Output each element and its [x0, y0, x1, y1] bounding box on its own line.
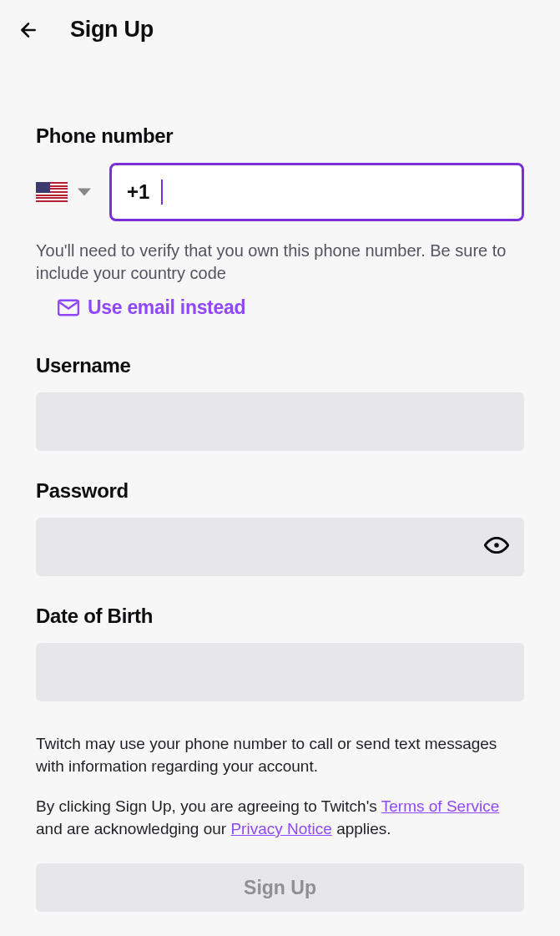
agreement-suffix: applies. [332, 820, 391, 837]
password-wrapper [36, 518, 524, 576]
privacy-notice-link[interactable]: Privacy Notice [230, 820, 331, 837]
password-label: Password [36, 479, 524, 503]
phone-row: +1 [36, 163, 524, 221]
password-input[interactable] [36, 518, 524, 576]
use-email-instead-label: Use email instead [88, 296, 245, 319]
username-input[interactable] [36, 392, 524, 451]
password-section: Password [36, 479, 524, 576]
phone-label: Phone number [36, 124, 524, 148]
toggle-password-visibility[interactable] [484, 537, 509, 557]
phone-hint: You'll need to verify that you own this … [36, 240, 524, 285]
agreement-mid: and are acknowledging our [36, 820, 230, 837]
page-header: Sign Up [0, 0, 560, 58]
phone-input-wrapper[interactable]: +1 [109, 163, 524, 221]
signup-form: Phone number +1 You'll need to verify th… [0, 58, 560, 912]
username-label: Username [36, 354, 524, 377]
arrow-left-icon [18, 19, 39, 41]
svg-point-1 [494, 543, 499, 548]
terms-agreement-text: By clicking Sign Up, you are agreeing to… [36, 796, 524, 840]
agreement-prefix: By clicking Sign Up, you are agreeing to… [36, 797, 381, 815]
signup-button[interactable]: Sign Up [36, 863, 524, 912]
mail-icon [58, 299, 79, 316]
username-section: Username [36, 354, 524, 451]
page-title: Sign Up [70, 17, 154, 43]
eye-icon [484, 537, 509, 554]
dob-label: Date of Birth [36, 605, 524, 628]
dob-input[interactable] [36, 643, 524, 701]
use-email-instead-button[interactable]: Use email instead [58, 296, 245, 319]
phone-disclosure-text: Twitch may use your phone number to call… [36, 733, 524, 777]
dob-section: Date of Birth [36, 605, 524, 701]
back-button[interactable] [17, 18, 40, 42]
terms-of-service-link[interactable]: Terms of Service [381, 797, 499, 815]
chevron-down-icon [78, 188, 91, 196]
phone-prefix: +1 [127, 180, 149, 204]
text-cursor [161, 180, 163, 205]
phone-input[interactable] [174, 180, 507, 204]
country-select[interactable] [36, 182, 91, 202]
us-flag-icon [36, 182, 68, 202]
phone-section: Phone number +1 You'll need to verify th… [36, 124, 524, 354]
